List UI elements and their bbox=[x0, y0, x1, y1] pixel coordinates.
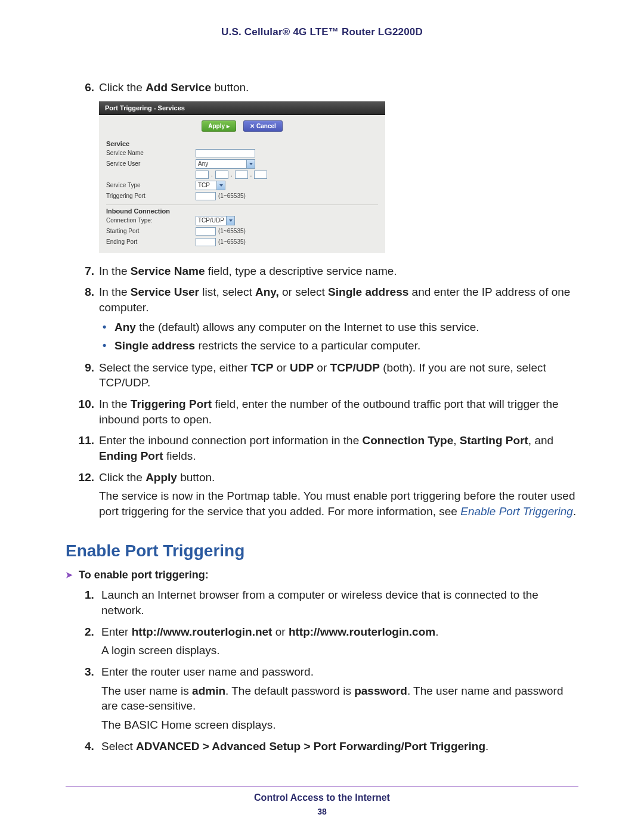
service-name-row: Service Name bbox=[106, 148, 378, 158]
cross-ref-link[interactable]: Enable Port Triggering bbox=[460, 505, 573, 518]
service-type-row: Service Type TCP bbox=[106, 181, 378, 190]
panel-toolbar: Apply ▸ ✕ Cancel bbox=[99, 115, 385, 137]
service-user-label: Service User bbox=[106, 160, 196, 167]
panel-body: Service Service Name Service User Any . … bbox=[99, 137, 385, 253]
triggering-port-row: Triggering Port (1~65535) bbox=[106, 191, 378, 201]
steps-list: 6. Click the Add Service button. bbox=[66, 80, 578, 95]
step-number: 1. bbox=[85, 587, 94, 603]
starting-port-label: Starting Port bbox=[106, 228, 196, 234]
ip-octet-3[interactable] bbox=[235, 171, 248, 179]
service-type-select[interactable]: TCP bbox=[196, 181, 225, 190]
port-range-hint: (1~65535) bbox=[218, 239, 246, 245]
ip-octet-4[interactable] bbox=[254, 171, 267, 179]
port-range-hint: (1~65535) bbox=[218, 193, 246, 199]
service-name-label: Service Name bbox=[106, 150, 196, 156]
procedure-list: 1. Launch an Internet browser from a com… bbox=[85, 587, 578, 754]
step-number: 3. bbox=[85, 664, 94, 680]
ending-port-label: Ending Port bbox=[106, 239, 196, 245]
step-12: 12. Click the Apply button. The service … bbox=[66, 470, 578, 519]
step-tail-2: The BASIC Home screen displays. bbox=[101, 717, 578, 733]
ip-octet-1[interactable] bbox=[196, 171, 209, 179]
footer-rule bbox=[66, 786, 578, 786]
step-10: 10. In the Triggering Port field, enter … bbox=[66, 397, 578, 427]
step-text: Enter the router user name and password. bbox=[101, 665, 314, 678]
service-section-header: Service bbox=[106, 140, 378, 147]
step-8-bullets: Any the (default) allows any computer on… bbox=[99, 319, 578, 354]
proc-step-1: 1. Launch an Internet browser from a com… bbox=[85, 587, 578, 618]
starting-port-input[interactable] bbox=[196, 227, 216, 236]
triggering-port-input[interactable] bbox=[196, 192, 216, 200]
step-number: 10. bbox=[76, 397, 94, 412]
proc-step-4: 4. Select ADVANCED > Advanced Setup > Po… bbox=[85, 739, 578, 754]
step-12-tail: The service is now in the Portmap table.… bbox=[99, 488, 578, 519]
step-number: 8. bbox=[76, 284, 94, 300]
footer-section-title: Control Access to the Internet bbox=[66, 792, 578, 803]
step-8: 8. In the Service User list, select Any,… bbox=[66, 284, 578, 354]
step-number: 7. bbox=[76, 264, 94, 279]
procedure-lead: To enable port triggering: bbox=[66, 569, 578, 581]
step-text: Launch an Internet browser from a comput… bbox=[101, 589, 538, 617]
section-heading: Enable Port Triggering bbox=[66, 541, 578, 561]
proc-step-2: 2. Enter http://www.routerlogin.net or h… bbox=[85, 624, 578, 658]
step-text: Enter http://www.routerlogin.net or http… bbox=[101, 625, 438, 638]
step-text: In the Service Name field, type a descri… bbox=[99, 265, 397, 277]
port-range-hint: (1~65535) bbox=[218, 228, 246, 234]
page-footer: Control Access to the Internet 38 bbox=[66, 786, 578, 816]
step-number: 9. bbox=[76, 360, 94, 376]
step-text: In the Triggering Port field, enter the … bbox=[99, 398, 559, 426]
step-number: 12. bbox=[76, 470, 94, 485]
step-text: Click the Apply button. bbox=[99, 471, 215, 484]
step-text: Select ADVANCED > Advanced Setup > Port … bbox=[101, 740, 488, 753]
step-number: 6. bbox=[76, 80, 94, 95]
footer-page-number: 38 bbox=[66, 807, 578, 816]
bullet: Single address restricts the service to … bbox=[99, 337, 578, 354]
service-type-label: Service Type bbox=[106, 182, 196, 188]
step-11: 11. Enter the inbound connection port in… bbox=[66, 433, 578, 463]
embedded-screenshot: Port Triggering - Services Apply ▸ ✕ Can… bbox=[99, 101, 385, 253]
step-number: 11. bbox=[76, 433, 94, 448]
step-tail: A login screen displays. bbox=[101, 643, 578, 658]
apply-button[interactable]: Apply ▸ bbox=[202, 120, 236, 132]
ending-port-row: Ending Port (1~65535) bbox=[106, 237, 378, 247]
service-user-ip-row: . . . bbox=[106, 170, 378, 179]
cancel-button[interactable]: ✕ Cancel bbox=[243, 120, 283, 132]
inbound-section-header: Inbound Connection bbox=[106, 205, 378, 215]
step-text: Click the Add Service button. bbox=[99, 81, 249, 94]
step-tail: The user name is admin. The default pass… bbox=[101, 683, 578, 714]
proc-step-3: 3. Enter the router user name and passwo… bbox=[85, 664, 578, 733]
connection-type-select[interactable]: TCP/UDP bbox=[196, 216, 235, 225]
document-page: U.S. Cellular® 4G LTE™ Router LG2200D 6.… bbox=[0, 0, 644, 833]
ip-octet-2[interactable] bbox=[215, 171, 228, 179]
starting-port-row: Starting Port (1~65535) bbox=[106, 227, 378, 236]
step-text: Enter the inbound connection port inform… bbox=[99, 434, 553, 462]
connection-type-label: Connection Type: bbox=[106, 217, 196, 224]
bullet: Any the (default) allows any computer on… bbox=[99, 319, 578, 336]
step-7: 7. In the Service Name field, type a des… bbox=[66, 264, 578, 279]
panel-title: Port Triggering - Services bbox=[99, 101, 385, 115]
triggering-port-label: Triggering Port bbox=[106, 193, 196, 199]
step-text: In the Service User list, select Any, or… bbox=[99, 286, 570, 314]
step-6: 6. Click the Add Service button. bbox=[66, 80, 578, 95]
service-name-input[interactable] bbox=[196, 149, 255, 157]
step-number: 4. bbox=[85, 739, 94, 754]
step-9: 9. Select the service type, either TCP o… bbox=[66, 360, 578, 391]
step-text: Select the service type, either TCP or U… bbox=[99, 361, 546, 389]
connection-type-row: Connection Type: TCP/UDP bbox=[106, 216, 378, 225]
service-user-row: Service User Any bbox=[106, 159, 378, 169]
ending-port-input[interactable] bbox=[196, 238, 216, 246]
steps-list-cont: 7. In the Service Name field, type a des… bbox=[66, 264, 578, 519]
service-user-select[interactable]: Any bbox=[196, 159, 255, 169]
page-header-title: U.S. Cellular® 4G LTE™ Router LG2200D bbox=[66, 26, 578, 38]
step-number: 2. bbox=[85, 624, 94, 640]
